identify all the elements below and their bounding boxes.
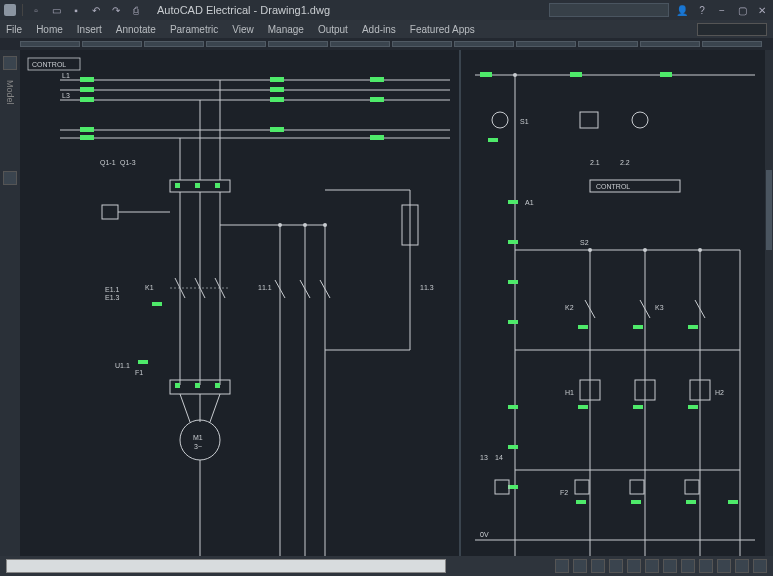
close-icon[interactable]: ✕ bbox=[755, 3, 769, 17]
ruler-segment bbox=[20, 41, 80, 47]
scrollbar-thumb[interactable] bbox=[766, 170, 772, 250]
ref-label: 2.1 bbox=[590, 159, 600, 166]
svg-rect-25 bbox=[102, 205, 118, 219]
motor-label: M1 bbox=[193, 434, 203, 441]
svg-point-68 bbox=[632, 112, 648, 128]
motor-desc: 3~ bbox=[194, 443, 202, 450]
ortho-toggle[interactable] bbox=[609, 559, 623, 573]
ruler bbox=[0, 38, 773, 50]
svg-rect-97 bbox=[633, 405, 643, 409]
svg-rect-34 bbox=[152, 302, 162, 306]
status-icon[interactable] bbox=[735, 559, 749, 573]
comp-label: H1 bbox=[565, 389, 574, 396]
command-input[interactable] bbox=[6, 559, 446, 573]
app-icon bbox=[4, 4, 16, 16]
svg-rect-9 bbox=[270, 97, 284, 102]
status-icon[interactable] bbox=[717, 559, 731, 573]
comp-label: F2 bbox=[560, 489, 568, 496]
statusbar bbox=[0, 556, 773, 576]
svg-rect-76 bbox=[508, 445, 518, 449]
menu-annotate[interactable]: Annotate bbox=[116, 24, 156, 35]
layer-dropdown[interactable] bbox=[697, 23, 767, 36]
svg-rect-103 bbox=[685, 480, 699, 494]
ref-id: E1.3 bbox=[105, 294, 120, 301]
signin-icon[interactable]: 👤 bbox=[675, 3, 689, 17]
menu-featured[interactable]: Featured Apps bbox=[410, 24, 475, 35]
comp-label: S2 bbox=[580, 239, 589, 246]
ref-label: 13 bbox=[480, 454, 488, 461]
svg-rect-73 bbox=[508, 280, 518, 284]
polar-toggle[interactable] bbox=[627, 559, 641, 573]
svg-point-39 bbox=[278, 223, 282, 227]
model-tab-label[interactable]: Model bbox=[5, 80, 15, 105]
svg-rect-105 bbox=[631, 500, 641, 504]
menu-parametric[interactable]: Parametric bbox=[170, 24, 218, 35]
menu-addins[interactable]: Add-ins bbox=[362, 24, 396, 35]
plot-icon[interactable]: ⎙ bbox=[129, 3, 143, 17]
menu-home[interactable]: Home bbox=[36, 24, 63, 35]
model-button[interactable] bbox=[555, 559, 569, 573]
menu-manage[interactable]: Manage bbox=[268, 24, 304, 35]
svg-rect-74 bbox=[508, 320, 518, 324]
snap-toggle[interactable] bbox=[591, 559, 605, 573]
menu-insert[interactable]: Insert bbox=[77, 24, 102, 35]
ref-id: E1.1 bbox=[105, 286, 120, 293]
ruler-segment bbox=[702, 41, 762, 47]
bus-label: L3 bbox=[62, 92, 70, 99]
menu-output[interactable]: Output bbox=[318, 24, 348, 35]
svg-rect-53 bbox=[138, 360, 148, 364]
ref-id: 11.1 bbox=[258, 284, 272, 291]
svg-point-84 bbox=[643, 248, 647, 252]
osnap-toggle[interactable] bbox=[645, 559, 659, 573]
svg-rect-72 bbox=[508, 240, 518, 244]
new-icon[interactable]: ▫ bbox=[29, 3, 43, 17]
qprops-toggle[interactable] bbox=[699, 559, 713, 573]
minimize-icon[interactable]: − bbox=[715, 3, 729, 17]
svg-rect-22 bbox=[175, 183, 180, 188]
vertical-scrollbar[interactable] bbox=[765, 50, 773, 556]
svg-rect-6 bbox=[80, 97, 94, 102]
ref-id: U1.1 bbox=[115, 362, 130, 369]
svg-line-56 bbox=[210, 394, 220, 422]
svg-rect-69 bbox=[488, 138, 498, 142]
svg-rect-89 bbox=[578, 325, 588, 329]
menubar: File Home Insert Annotate Parametric Vie… bbox=[0, 20, 773, 38]
undo-icon[interactable]: ↶ bbox=[89, 3, 103, 17]
maximize-icon[interactable]: ▢ bbox=[735, 3, 749, 17]
menu-file[interactable]: File bbox=[6, 24, 22, 35]
svg-rect-61 bbox=[480, 72, 492, 77]
otrack-toggle[interactable] bbox=[663, 559, 677, 573]
svg-line-54 bbox=[180, 394, 190, 422]
ruler-segment bbox=[82, 41, 142, 47]
open-icon[interactable]: ▭ bbox=[49, 3, 63, 17]
ruler-segment bbox=[144, 41, 204, 47]
svg-rect-100 bbox=[495, 480, 509, 494]
svg-rect-106 bbox=[686, 500, 696, 504]
search-input[interactable] bbox=[549, 3, 669, 17]
redo-icon[interactable]: ↷ bbox=[109, 3, 123, 17]
save-icon[interactable]: ▪ bbox=[69, 3, 83, 17]
menu-view[interactable]: View bbox=[232, 24, 254, 35]
ruler-segment bbox=[454, 41, 514, 47]
ruler-segment bbox=[268, 41, 328, 47]
ruler-segment bbox=[640, 41, 700, 47]
status-icon[interactable] bbox=[753, 559, 767, 573]
svg-rect-52 bbox=[215, 383, 220, 388]
terminal-label: Q1-3 bbox=[120, 159, 136, 167]
help-icon[interactable]: ? bbox=[695, 3, 709, 17]
comp-label: K2 bbox=[565, 304, 574, 311]
drawing-canvas[interactable]: CONTROL L1 L3 bbox=[20, 50, 765, 556]
panel-tool[interactable] bbox=[3, 171, 17, 185]
separator bbox=[22, 4, 23, 16]
svg-rect-17 bbox=[370, 135, 384, 140]
svg-rect-71 bbox=[508, 200, 518, 204]
svg-point-40 bbox=[303, 223, 307, 227]
lwt-toggle[interactable] bbox=[681, 559, 695, 573]
panel-tool[interactable] bbox=[3, 56, 17, 70]
bus-label: 0V bbox=[480, 531, 489, 538]
grid-toggle[interactable] bbox=[573, 559, 587, 573]
svg-point-66 bbox=[492, 112, 508, 128]
main-area: Model CONTROL L1 L3 bbox=[0, 50, 773, 556]
ref-label: 2.2 bbox=[620, 159, 630, 166]
svg-rect-98 bbox=[688, 405, 698, 409]
